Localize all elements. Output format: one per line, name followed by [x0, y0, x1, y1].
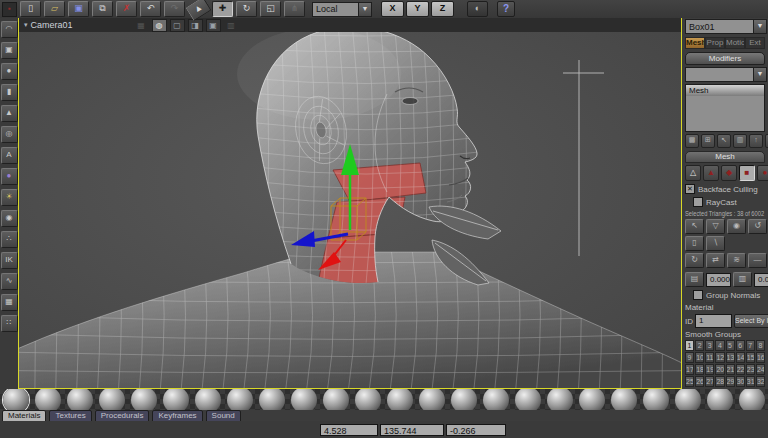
material-swatch[interactable] [515, 389, 541, 410]
smooth-group-cell[interactable]: 18 [695, 364, 704, 375]
move-tool-button[interactable]: ✚ [212, 1, 233, 17]
modifier-up-button[interactable]: ↑ [749, 134, 763, 148]
smooth-group-cell[interactable]: 22 [736, 364, 745, 375]
vertex-mode-button[interactable]: △ [685, 165, 701, 181]
material-swatch[interactable] [259, 389, 285, 410]
primitive-cone-button[interactable]: ▲ [1, 105, 18, 122]
axis-toggle-button[interactable]: Z [431, 1, 454, 17]
undo-button[interactable]: ↶ [140, 1, 161, 17]
modifier-stack-list[interactable]: Mesh [685, 84, 765, 132]
new-file-button[interactable]: ▯ [20, 1, 41, 17]
material-swatch[interactable] [67, 389, 93, 410]
smooth-group-cell[interactable]: 31 [746, 376, 755, 387]
smooth-group-cell[interactable]: 8 [756, 340, 765, 351]
smooth-group-cell[interactable]: 14 [736, 352, 745, 363]
smooth-group-cell[interactable]: 7 [746, 340, 755, 351]
text-tool-button[interactable]: A [1, 147, 18, 164]
group-normals-checkbox[interactable] [693, 290, 703, 300]
value-field[interactable]: 0.000 [754, 273, 768, 287]
spray-tool-button[interactable]: ∷ [1, 315, 18, 332]
save-file-button[interactable]: ▣ [68, 1, 89, 17]
smooth-group-cell[interactable]: 12 [715, 352, 724, 363]
coordinate-field[interactable]: -0.266 [446, 424, 506, 436]
modifiers-button[interactable]: Modifiers [685, 52, 765, 65]
material-swatch[interactable] [419, 389, 445, 410]
smooth-group-cell[interactable]: 11 [705, 352, 714, 363]
mesh-section-header[interactable]: Mesh [685, 151, 765, 163]
material-swatch[interactable] [451, 389, 477, 410]
material-swatch[interactable] [643, 389, 669, 410]
triangle-mode-button[interactable]: ■ [739, 165, 755, 181]
help-button[interactable]: ? [497, 1, 515, 17]
light-tool-button[interactable]: ☀ [1, 189, 18, 206]
chevron-down-icon[interactable]: ▼ [753, 68, 766, 81]
select-lasso-button[interactable]: ▽ [706, 219, 725, 234]
copy-button[interactable]: ⧉ [92, 1, 113, 17]
material-swatch[interactable] [579, 389, 605, 410]
spline-tool-button[interactable]: ∿ [1, 273, 18, 290]
coordinate-field[interactable]: 4.528 [320, 424, 378, 436]
axis-widget-button[interactable]: ⋔ [284, 1, 305, 17]
modifier-dropdown[interactable]: ▼ [685, 67, 767, 82]
value-row-button[interactable]: ▥ [733, 272, 752, 287]
material-swatch[interactable] [611, 389, 637, 410]
smooth-group-cell[interactable]: 17 [685, 364, 694, 375]
ik-tool-button[interactable]: IK [1, 252, 18, 269]
solid-view-icon[interactable]: ▣ [206, 19, 221, 32]
smooth-group-cell[interactable]: 19 [705, 364, 714, 375]
viewport-label[interactable]: Camera01 [31, 20, 73, 30]
material-swatch[interactable] [675, 389, 701, 410]
select-loop-button[interactable]: ↺ [748, 219, 767, 234]
smooth-group-cell[interactable]: 1 [685, 340, 694, 351]
smooth-group-cell[interactable]: 20 [715, 364, 724, 375]
smooth-group-cell[interactable]: 30 [736, 376, 745, 387]
object-selector-dropdown[interactable]: Box01 ▼ [685, 19, 767, 34]
open-file-button[interactable]: ▱ [44, 1, 65, 17]
material-swatch[interactable] [163, 389, 189, 410]
smooth-group-cell[interactable]: 16 [756, 352, 765, 363]
backface-culling-checkbox[interactable] [685, 184, 695, 194]
collapse-button[interactable]: — [748, 253, 767, 268]
material-swatch[interactable] [227, 389, 253, 410]
smooth-group-cell[interactable]: 2 [695, 340, 704, 351]
material-swatch[interactable] [291, 389, 317, 410]
rotate-faces-button[interactable]: ↻ [685, 253, 704, 268]
primitive-plane-button[interactable]: ◠ [1, 21, 18, 38]
smooth-group-cell[interactable]: 28 [715, 376, 724, 387]
modifier-apply-button[interactable]: ▩ [685, 134, 699, 148]
select-by-id-button[interactable]: Select By ID [734, 314, 768, 328]
primitive-sphere-button[interactable]: ● [1, 63, 18, 80]
material-swatch[interactable] [707, 389, 733, 410]
render-button[interactable]: ◐ [467, 1, 488, 17]
viewport-canvas[interactable] [19, 32, 681, 388]
material-swatch[interactable] [323, 389, 349, 410]
smooth-group-cell[interactable]: 5 [726, 340, 735, 351]
chevron-down-icon[interactable]: ▼ [358, 3, 371, 16]
value-field[interactable]: 0.000 [706, 273, 731, 287]
smooth-group-cell[interactable]: 13 [726, 352, 735, 363]
smooth-group-cell[interactable]: 3 [705, 340, 714, 351]
face-mode-button[interactable]: ◆ [721, 165, 737, 181]
grid-toggle-icon[interactable]: ▦ [134, 19, 149, 32]
material-id-field[interactable]: 1 [695, 314, 732, 328]
coordinate-field[interactable]: 135.744 [380, 424, 444, 436]
modifier-stack-item[interactable]: Mesh [686, 85, 764, 96]
axis-toggle-button[interactable]: Y [406, 1, 429, 17]
weld-button[interactable]: ≋ [727, 253, 746, 268]
swap-edge-button[interactable]: ⇄ [706, 253, 725, 268]
smooth-group-cell[interactable]: 15 [746, 352, 755, 363]
smooth-group-cell[interactable]: 21 [726, 364, 735, 375]
value-row-button[interactable]: ▤ [685, 272, 704, 287]
shaded-view-icon[interactable]: ◍ [152, 19, 167, 32]
chevron-down-icon[interactable]: ▼ [753, 20, 766, 33]
smooth-group-cell[interactable]: 26 [695, 376, 704, 387]
image-tool-button[interactable]: ▦ [1, 294, 18, 311]
smooth-group-cell[interactable]: 9 [685, 352, 694, 363]
modifier-options-button[interactable]: ▥ [733, 134, 747, 148]
panel-tab[interactable]: Prop [705, 37, 725, 49]
panel-tab[interactable]: Motion [725, 37, 745, 49]
particles-tool-button[interactable]: ∴ [1, 231, 18, 248]
material-swatch[interactable] [739, 389, 765, 410]
primitive-cylinder-button[interactable]: ▮ [1, 84, 18, 101]
raycast-checkbox[interactable] [693, 197, 703, 207]
